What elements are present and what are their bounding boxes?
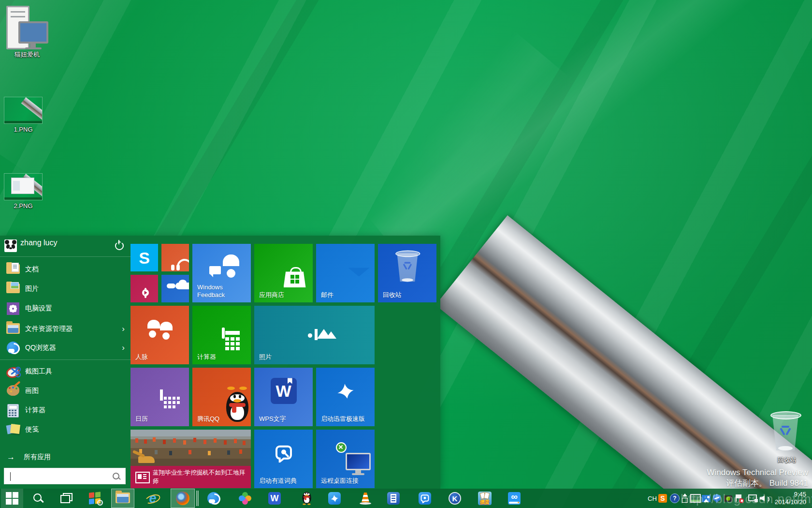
search-input[interactable] xyxy=(9,470,108,483)
taskbar-internet-explorer[interactable]: e xyxy=(142,489,164,508)
start-item-snipping-tool[interactable]: 截图工具 xyxy=(0,362,130,381)
build-watermark: Windows Technical Preview 评估副本。 Build 98… xyxy=(707,467,808,489)
search-icon xyxy=(113,473,120,480)
desktop-icon-2png[interactable]: 2.PNG xyxy=(4,173,43,209)
desktop-icon-1png[interactable]: 1.PNG xyxy=(4,97,43,133)
settings-gear-icon xyxy=(6,301,20,316)
tile-news[interactable]: 蓝翔毕业生:学挖掘机不如到工地拜师 xyxy=(130,430,251,488)
clock-time: 9:45 xyxy=(775,491,806,498)
taskbar-baidu-cloud[interactable]: ∞ xyxy=(503,489,525,508)
task-view-button[interactable] xyxy=(55,489,77,508)
network-icon[interactable] xyxy=(748,489,758,508)
documents-folder-icon xyxy=(6,262,20,277)
start-search-box[interactable] xyxy=(4,468,126,484)
start-item-qq-browser[interactable]: QQ浏览器 › xyxy=(0,338,130,358)
tile-onedrive[interactable] xyxy=(161,275,189,302)
user-name[interactable]: zhang lucy xyxy=(20,239,58,247)
sticky-notes-icon xyxy=(6,422,20,437)
tile-remote-desktop[interactable]: 远程桌面连接 xyxy=(316,430,375,488)
film-strip-icon xyxy=(387,492,400,505)
start-button[interactable] xyxy=(1,489,23,508)
wps-logo-icon: W xyxy=(271,378,297,404)
help-icon[interactable]: ? xyxy=(670,489,680,508)
tile-xunlei[interactable]: 启动迅雷极速版 xyxy=(316,368,375,426)
tile-people[interactable]: 人脉 xyxy=(130,306,189,364)
desktop-icon-label: 2.PNG xyxy=(4,202,43,209)
taskbar-video-player[interactable] xyxy=(382,489,405,508)
taskbar: e W K xyxy=(0,489,812,508)
taskbar-qq-browser[interactable] xyxy=(203,489,225,508)
qq-penguin-icon xyxy=(301,492,309,506)
taskbar-wps[interactable]: W xyxy=(263,489,286,508)
taskbar-file-explorer[interactable] xyxy=(111,489,134,508)
action-center-flag-icon[interactable] xyxy=(735,489,743,508)
taskbar-xunlei[interactable] xyxy=(323,489,346,508)
start-item-documents[interactable]: 文档 xyxy=(0,260,130,279)
start-menu: zhang lucy 文档 图片 电脑设置 文件资源管理器 › QQ浏览器 › … xyxy=(0,236,440,489)
tile-store[interactable]: 应用商店 xyxy=(254,244,313,302)
tray-window-icon[interactable] xyxy=(690,489,701,508)
tile-video[interactable] xyxy=(130,275,158,302)
show-hidden-icons-button[interactable] xyxy=(682,489,688,508)
desktop-icon-label: 1.PNG xyxy=(4,126,43,133)
desktop-icon-label: 猫妞爱机 xyxy=(2,50,52,59)
tray-shield-icon[interactable] xyxy=(713,489,721,508)
computer-icon xyxy=(2,4,52,48)
build-watermark-line2: 评估副本。 Build 9841 xyxy=(707,478,808,489)
all-apps-button[interactable]: → 所有应用 xyxy=(0,450,130,464)
build-watermark-line1: Windows Technical Preview xyxy=(707,467,808,478)
ime-sogou-icon[interactable]: S xyxy=(658,489,667,508)
tile-mail[interactable]: 邮件 xyxy=(316,244,375,302)
user-avatar[interactable] xyxy=(4,239,17,252)
tile-music[interactable] xyxy=(161,244,189,271)
taskbar-game[interactable]: 掼蛋 xyxy=(474,489,496,508)
taskbar-clover-app[interactable] xyxy=(234,489,256,508)
start-item-pc-settings[interactable]: 电脑设置 xyxy=(0,299,130,318)
taskbar-kmplayer[interactable]: K xyxy=(444,489,466,508)
volume-icon[interactable] xyxy=(760,489,769,508)
xunlei-bird-icon xyxy=(328,492,341,505)
baidu-cloud-icon: ∞ xyxy=(508,492,521,505)
taskbar-youdao[interactable] xyxy=(414,489,436,508)
tile-wps[interactable]: W WPS文字 xyxy=(254,368,313,426)
power-button[interactable] xyxy=(114,240,124,250)
start-item-calculator[interactable]: 计算器 xyxy=(0,401,130,420)
taskbar-qq[interactable] xyxy=(294,489,316,508)
desktop-icon-this-pc[interactable]: 猫妞爱机 xyxy=(2,4,52,59)
news-photo xyxy=(130,430,251,466)
firefox-icon xyxy=(176,492,189,505)
tile-calendar[interactable]: 日历 xyxy=(130,368,189,426)
taskbar-vlc[interactable] xyxy=(354,489,377,508)
tile-youdao[interactable]: 启动有道词典 xyxy=(254,430,313,488)
tile-skype[interactable]: S xyxy=(130,244,158,271)
internet-explorer-icon: e xyxy=(145,492,160,505)
divider xyxy=(0,359,130,360)
tile-calculator[interactable]: 计算器 xyxy=(192,306,251,364)
tray-photo-icon[interactable] xyxy=(702,489,710,508)
file-explorer-icon xyxy=(6,322,20,336)
taskbar-firefox[interactable] xyxy=(171,489,195,508)
start-item-sticky-notes[interactable]: 便笺 xyxy=(0,420,130,439)
tile-photos[interactable]: 照片 xyxy=(254,306,375,364)
language-indicator[interactable]: CH xyxy=(648,489,657,508)
taskbar-win-search-app[interactable] xyxy=(84,489,106,508)
tile-recycle-bin[interactable]: 回收站 xyxy=(378,244,436,302)
desktop-icon-recycle-bin[interactable]: 回收站 xyxy=(768,410,806,464)
calculator-icon xyxy=(222,328,225,339)
tray-nvidia-icon[interactable] xyxy=(724,489,732,508)
recycle-bin-icon xyxy=(393,250,421,284)
start-item-file-explorer[interactable]: 文件资源管理器 › xyxy=(0,319,130,339)
recycle-arrows-icon xyxy=(779,425,792,436)
windows-logo-icon xyxy=(6,492,18,505)
window-stack-indicator xyxy=(196,491,198,506)
chevron-right-icon[interactable]: › xyxy=(122,343,125,353)
card-game-icon: 掼蛋 xyxy=(478,492,492,505)
taskbar-search-button[interactable] xyxy=(27,489,49,508)
tile-tencent-qq[interactable]: 腾讯QQ xyxy=(192,368,251,426)
tile-windows-feedback[interactable]: Windows Feedback xyxy=(192,244,251,302)
start-item-pictures[interactable]: 图片 xyxy=(0,279,130,299)
start-item-paint[interactable]: 画图 xyxy=(0,381,130,401)
chevron-right-icon[interactable]: › xyxy=(122,324,125,334)
taskbar-clock[interactable]: 9:45 2014/10/20 xyxy=(775,491,806,507)
qq-browser-icon xyxy=(207,492,220,505)
